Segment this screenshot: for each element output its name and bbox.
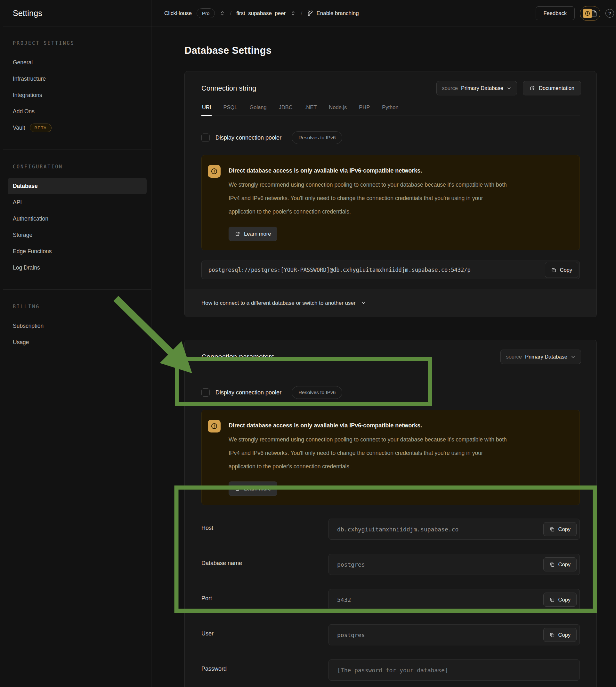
display-connection-pooler-checkbox[interactable] <box>201 133 210 142</box>
sidebar-item-vault[interactable]: Vault BETA <box>8 120 147 136</box>
connection-string-tabs: URI PSQL Golang JDBC .NET Node.js PHP Py… <box>201 104 580 116</box>
how-to-connect-toggle[interactable]: How to connect to a different database o… <box>185 289 596 317</box>
database-name-label: Database name <box>201 554 329 567</box>
database-name-input[interactable]: postgres Copy <box>329 554 580 575</box>
tab-golang[interactable]: Golang <box>249 104 267 115</box>
source-select[interactable]: source Primary Database <box>436 81 517 95</box>
warning-body: We strongly recommend using connection p… <box>228 433 510 473</box>
tab-dotnet[interactable]: .NET <box>304 104 317 115</box>
tab-psql[interactable]: PSQL <box>222 104 238 115</box>
org-switcher-chevrons-icon[interactable] <box>220 10 225 16</box>
org-name[interactable]: ClickHouse <box>164 10 192 17</box>
sidebar-item-edge-functions[interactable]: Edge Functions <box>8 243 147 260</box>
sidebar-divider: BILLING Subscription Usage <box>3 289 151 351</box>
pooler-label: Display connection pooler <box>216 389 281 396</box>
learn-more-button[interactable]: Learn more <box>228 227 277 241</box>
tab-python[interactable]: Python <box>381 104 399 115</box>
section-label-configuration: CONFIGURATION <box>13 164 151 170</box>
connection-parameters-header: Connection parameters source Primary Dat… <box>185 340 596 373</box>
connection-string-header: Connection string source Primary Databas… <box>185 71 596 103</box>
top-bar-right: Feedback ? <box>536 6 614 21</box>
database-settings-page: Settings PROJECT SETTINGS General Infras… <box>0 0 616 687</box>
sidebar-nav: PROJECT SETTINGS General Infrastructure … <box>3 27 151 351</box>
display-connection-pooler-checkbox[interactable] <box>201 388 210 397</box>
host-label: Host <box>201 518 329 531</box>
section-label-billing: BILLING <box>13 304 151 310</box>
sidebar-item-authentication[interactable]: Authentication <box>8 210 147 227</box>
sidebar-item-infrastructure[interactable]: Infrastructure <box>8 71 147 87</box>
chevron-down-icon <box>506 86 512 91</box>
tab-uri[interactable]: URI <box>201 104 212 116</box>
project-switcher-chevrons-icon[interactable] <box>290 10 296 16</box>
copy-icon <box>551 267 556 273</box>
copy-database-name-button[interactable]: Copy <box>543 557 577 572</box>
password-input[interactable] <box>337 667 577 673</box>
pooler-row: Display connection pooler Resolves to IP… <box>201 131 580 145</box>
port-label: Port <box>201 589 329 602</box>
chevron-down-icon <box>361 300 366 306</box>
sidebar-item-log-drains[interactable]: Log Drains <box>8 260 147 276</box>
password-row: Password <box>201 660 580 681</box>
host-input[interactable]: db.cxhygiuitamxhniiddjm.supabase.co Copy <box>329 518 580 540</box>
connection-string-card: Connection string source Primary Databas… <box>184 71 597 317</box>
tab-php[interactable]: PHP <box>358 104 370 115</box>
warning-title: Direct database access is only available… <box>228 420 510 429</box>
sidebar-divider: CONFIGURATION Database API Authenticatio… <box>3 150 151 276</box>
password-field[interactable] <box>329 660 580 681</box>
sidebar-item-storage[interactable]: Storage <box>8 227 147 243</box>
content: Database Settings Connection string sour… <box>151 27 616 687</box>
feedback-button[interactable]: Feedback <box>536 6 575 20</box>
copy-port-button[interactable]: Copy <box>543 593 577 607</box>
copy-icon <box>549 527 555 532</box>
resolves-ipv6-badge: Resolves to IPv6 <box>292 386 342 399</box>
connection-string-title: Connection string <box>201 84 256 92</box>
git-branch-icon <box>307 10 313 16</box>
copy-uri-button[interactable]: Copy <box>545 262 578 278</box>
warning-icon <box>208 420 221 433</box>
copy-user-button[interactable]: Copy <box>543 628 577 642</box>
learn-more-button[interactable]: Learn more <box>228 482 277 496</box>
source-select[interactable]: source Primary Database <box>501 350 581 364</box>
breadcrumb-separator: / <box>230 10 232 17</box>
port-input[interactable]: 5432 Copy <box>329 589 580 610</box>
warning-title: Direct database access is only available… <box>228 165 510 174</box>
chevron-down-icon <box>571 354 576 359</box>
warning-body: We strongly recommend using connection p… <box>228 178 510 218</box>
documentation-button[interactable]: Documentation <box>523 81 581 95</box>
section-label-project-settings: PROJECT SETTINGS <box>13 40 151 46</box>
password-label: Password <box>201 660 329 672</box>
copy-icon <box>549 632 555 638</box>
help-icon[interactable]: ? <box>606 9 614 18</box>
port-row: Port 5432 Copy <box>201 589 580 610</box>
ipv6-warning: Direct database access is only available… <box>201 410 580 505</box>
sidebar-item-general[interactable]: General <box>8 54 147 71</box>
connection-uri-block: postgresql://postgres:[YOUR-PASSWORD]@db… <box>201 261 580 279</box>
enable-branching-button[interactable]: Enable branching <box>307 10 358 17</box>
tab-jdbc[interactable]: JDBC <box>278 104 293 115</box>
copy-host-button[interactable]: Copy <box>543 522 577 536</box>
sidebar-item-subscription[interactable]: Subscription <box>8 318 147 334</box>
external-link-icon <box>235 486 240 491</box>
external-link-icon <box>235 231 240 237</box>
breadcrumb-separator: / <box>301 10 302 17</box>
tab-nodejs[interactable]: Node.js <box>328 104 347 115</box>
copy-icon <box>549 597 555 602</box>
avatar[interactable] <box>580 6 600 21</box>
sidebar-item-api[interactable]: API <box>8 194 147 210</box>
sidebar-item-database[interactable]: Database <box>8 178 147 194</box>
warning-icon <box>208 165 221 178</box>
project-name[interactable]: first_supabase_peer <box>236 10 286 17</box>
sidebar-item-add-ons[interactable]: Add Ons <box>8 104 147 120</box>
sidebar-item-usage[interactable]: Usage <box>8 334 147 351</box>
user-input[interactable]: postgres Copy <box>329 624 580 645</box>
sidebar-item-integrations[interactable]: Integrations <box>8 87 147 104</box>
connection-uri-value: postgresql://postgres:[YOUR-PASSWORD]@db… <box>208 267 545 273</box>
top-bar: ClickHouse Pro / first_supabase_peer / <box>151 0 616 27</box>
left-rail-divider <box>0 0 3 687</box>
copy-icon <box>549 562 555 567</box>
connection-fields: Host db.cxhygiuitamxhniiddjm.supabase.co… <box>201 518 580 687</box>
connection-parameters-card: Connection parameters source Primary Dat… <box>184 340 597 687</box>
beta-badge: BETA <box>30 124 51 132</box>
resolves-ipv6-badge: Resolves to IPv6 <box>292 131 342 144</box>
sidebar-header: Settings <box>3 0 151 27</box>
